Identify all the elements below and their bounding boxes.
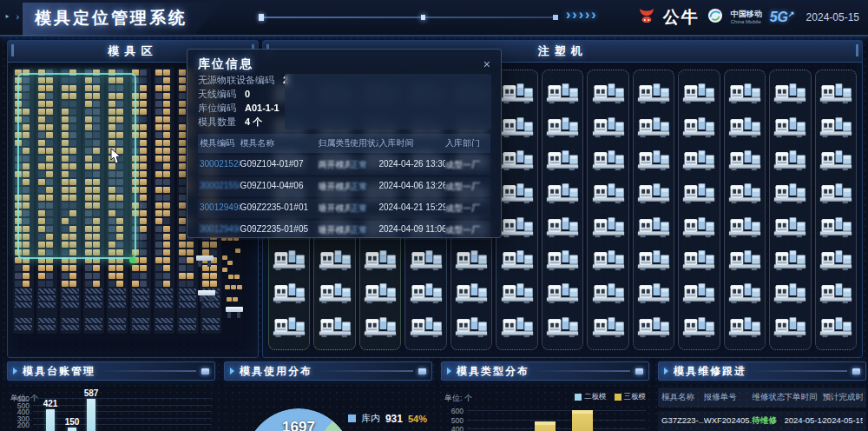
machine-column[interactable] xyxy=(769,70,811,350)
mold-table-row[interactable]: 30002155#06G09Z104-04#06墙开模具正常2024-04-06… xyxy=(198,177,490,196)
injection-machine-icon[interactable] xyxy=(501,215,534,239)
injection-machine-icon[interactable] xyxy=(501,281,534,305)
injection-machine-icon[interactable] xyxy=(819,315,852,339)
injection-machine-icon[interactable] xyxy=(592,148,625,172)
injection-machine-icon[interactable] xyxy=(819,81,852,105)
injection-machine-icon[interactable] xyxy=(819,148,852,172)
close-icon[interactable]: × xyxy=(483,58,490,70)
injection-machine-icon[interactable] xyxy=(592,215,625,239)
injection-machine-icon[interactable] xyxy=(273,315,306,339)
mold-table-row[interactable]: 30002152#07G09Z104-01#07两开模具正常2024-04-26… xyxy=(198,156,490,175)
injection-machine-icon[interactable] xyxy=(682,315,715,339)
injection-machine-icon[interactable] xyxy=(819,115,852,139)
injection-machine-icon[interactable] xyxy=(546,181,579,205)
injection-machine-icon[interactable] xyxy=(773,315,806,339)
injection-machine-icon[interactable] xyxy=(682,248,715,272)
injection-machine-icon[interactable] xyxy=(773,248,806,272)
machine-column[interactable] xyxy=(815,70,857,350)
injection-machine-icon[interactable] xyxy=(501,181,534,205)
injection-machine-icon[interactable] xyxy=(682,81,715,105)
injection-machine-icon[interactable] xyxy=(637,181,670,205)
injection-machine-icon[interactable] xyxy=(546,248,579,272)
injection-machine-icon[interactable] xyxy=(592,248,625,272)
injection-machine-icon[interactable] xyxy=(410,315,443,339)
machine-column[interactable] xyxy=(587,70,628,350)
machine-column[interactable] xyxy=(633,70,674,350)
machine-column[interactable] xyxy=(542,70,583,350)
injection-machine-icon[interactable] xyxy=(637,315,670,339)
injection-machine-icon[interactable] xyxy=(546,148,579,172)
injection-machine-icon[interactable] xyxy=(546,215,579,239)
machine-column[interactable] xyxy=(678,70,720,350)
injection-machine-icon[interactable] xyxy=(273,248,306,272)
injection-machine-icon[interactable] xyxy=(682,181,715,205)
injection-machine-icon[interactable] xyxy=(728,81,761,105)
injection-machine-icon[interactable] xyxy=(455,315,488,339)
injection-machine-icon[interactable] xyxy=(637,281,670,305)
header-timeline[interactable] xyxy=(260,17,556,18)
injection-machine-icon[interactable] xyxy=(592,115,625,139)
injection-machine-icon[interactable] xyxy=(773,281,806,305)
injection-machine-icon[interactable] xyxy=(682,148,715,172)
injection-machine-icon[interactable] xyxy=(728,281,761,305)
injection-machine-icon[interactable] xyxy=(637,115,670,139)
injection-machine-icon[interactable] xyxy=(501,148,534,172)
injection-machine-icon[interactable] xyxy=(773,215,806,239)
timeline-handle[interactable] xyxy=(421,15,425,20)
mold-table-row[interactable]: 30012949#05G09Z2235-01#05墙开模具正常2024-04-0… xyxy=(198,221,490,240)
panel-slider-knob[interactable] xyxy=(852,368,860,375)
injection-machine-icon[interactable] xyxy=(546,81,579,105)
injection-machine-icon[interactable] xyxy=(773,81,806,105)
injection-machine-icon[interactable] xyxy=(682,281,715,305)
injection-machine-icon[interactable] xyxy=(410,281,443,305)
injection-machine-icon[interactable] xyxy=(455,281,488,305)
injection-machine-icon[interactable] xyxy=(773,148,806,172)
injection-machine-icon[interactable] xyxy=(501,115,534,139)
injection-machine-icon[interactable] xyxy=(364,281,397,305)
injection-machine-icon[interactable] xyxy=(546,281,579,305)
injection-machine-icon[interactable] xyxy=(637,215,670,239)
injection-machine-icon[interactable] xyxy=(592,181,625,205)
injection-machine-icon[interactable] xyxy=(728,215,761,239)
injection-machine-icon[interactable] xyxy=(682,215,715,239)
injection-machine-icon[interactable] xyxy=(728,181,761,205)
injection-machine-icon[interactable] xyxy=(410,248,443,272)
injection-machine-icon[interactable] xyxy=(773,115,806,139)
injection-machine-icon[interactable] xyxy=(819,215,852,239)
injection-machine-icon[interactable] xyxy=(273,281,306,305)
injection-machine-icon[interactable] xyxy=(773,181,806,205)
injection-machine-icon[interactable] xyxy=(819,248,852,272)
injection-machine-icon[interactable] xyxy=(364,315,397,339)
injection-machine-icon[interactable] xyxy=(592,81,625,105)
machine-column[interactable] xyxy=(496,70,537,350)
injection-machine-icon[interactable] xyxy=(546,115,579,139)
injection-machine-icon[interactable] xyxy=(501,315,534,339)
injection-machine-icon[interactable] xyxy=(364,248,397,272)
injection-machine-icon[interactable] xyxy=(455,248,488,272)
machine-column[interactable] xyxy=(724,70,766,350)
injection-machine-icon[interactable] xyxy=(546,315,579,339)
injection-machine-icon[interactable] xyxy=(728,148,761,172)
injection-machine-icon[interactable] xyxy=(682,115,715,139)
injection-machine-icon[interactable] xyxy=(501,248,534,272)
storage-rack[interactable] xyxy=(154,68,174,334)
injection-machine-icon[interactable] xyxy=(819,281,852,305)
panel-slider-knob[interactable] xyxy=(418,368,426,375)
panel-slider-knob[interactable] xyxy=(635,368,643,375)
injection-machine-icon[interactable] xyxy=(319,281,352,305)
panel-slider-knob[interactable] xyxy=(201,368,209,375)
injection-machine-icon[interactable] xyxy=(637,148,670,172)
injection-machine-icon[interactable] xyxy=(728,115,761,139)
injection-machine-icon[interactable] xyxy=(319,248,352,272)
injection-machine-icon[interactable] xyxy=(319,315,352,339)
injection-machine-icon[interactable] xyxy=(728,248,761,272)
injection-machine-icon[interactable] xyxy=(592,315,625,339)
injection-machine-icon[interactable] xyxy=(819,181,852,205)
injection-machine-icon[interactable] xyxy=(728,315,761,339)
selection-highlight[interactable] xyxy=(17,73,136,259)
injection-machine-icon[interactable] xyxy=(592,281,625,305)
injection-machine-icon[interactable] xyxy=(501,81,534,105)
injection-machine-icon[interactable] xyxy=(637,81,670,105)
injection-machine-icon[interactable] xyxy=(637,248,670,272)
mold-table-row[interactable]: 30012949#01G09Z2235-01#01墙开模具正常2024-04-2… xyxy=(198,199,490,218)
